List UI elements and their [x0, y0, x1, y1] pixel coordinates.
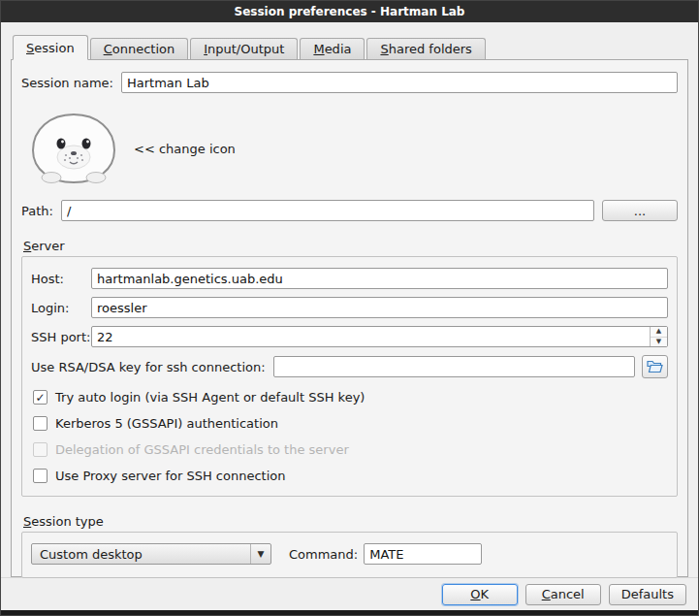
checkbox-proxy-box[interactable] [33, 469, 48, 483]
dialog-body: Session Connection Input/Output Media Sh… [1, 22, 698, 577]
host-input[interactable] [91, 268, 668, 289]
path-input[interactable] [61, 200, 594, 221]
server-group: Server Host: Login: SSH port: [21, 239, 678, 497]
ssh-port-spinbox: ▲ ▼ [91, 326, 668, 347]
window-bottom-edge [1, 610, 698, 616]
server-group-title: Server [23, 239, 65, 253]
titlebar[interactable]: Session preferences - Hartman Lab [1, 1, 698, 22]
tab-shared-folders-label: Shared folders [380, 42, 471, 56]
rsa-key-row: Use RSA/DSA key for ssh connection: [31, 355, 668, 378]
dialog-footer: OK Cancel Defaults [1, 577, 698, 610]
checkbox-auto-login[interactable]: ✓ Try auto login (via SSH Agent or defau… [33, 390, 668, 405]
defaults-button-label: Defaults [621, 587, 674, 601]
command-label: Command: [289, 547, 358, 562]
tab-input-output-label: Input/Output [204, 42, 284, 56]
chevron-down-icon: ▼ [258, 549, 265, 559]
session-name-label: Session name: [21, 76, 113, 90]
host-label: Host: [31, 272, 91, 286]
checkbox-gssapi-delegation-box [33, 442, 48, 457]
cancel-button-label: Cancel [542, 587, 585, 601]
ssh-port-row: SSH port: ▲ ▼ [31, 326, 668, 347]
session-type-group: Session type Custom desktop ▼ Command: [21, 514, 678, 578]
session-type-dropdown[interactable]: Custom desktop ▼ [31, 543, 271, 565]
chevron-down-icon: ▼ [656, 339, 661, 345]
command-input[interactable] [364, 543, 482, 565]
path-row: Path: ... [21, 200, 678, 221]
rsa-key-input[interactable] [273, 356, 635, 377]
login-label: Login: [31, 301, 91, 315]
session-type-value: Custom desktop [32, 547, 250, 562]
ssh-port-label: SSH port: [31, 330, 91, 344]
checkbox-auto-login-box[interactable]: ✓ [33, 390, 48, 405]
path-label: Path: [21, 204, 53, 218]
checkbox-proxy[interactable]: Use Proxy server for SSH connection [33, 469, 668, 483]
checkbox-kerberos-label: Kerberos 5 (GSSAPI) authentication [55, 416, 278, 431]
checkbox-kerberos-box[interactable] [33, 416, 48, 431]
session-name-input[interactable] [121, 72, 678, 93]
dropdown-arrow-box: ▼ [250, 544, 270, 564]
defaults-button[interactable]: Defaults [609, 584, 686, 605]
tab-session[interactable]: Session [13, 35, 88, 60]
session-name-row: Session name: [21, 72, 678, 93]
session-tab-pane: Session name: [11, 59, 688, 577]
session-type-row: Custom desktop ▼ Command: [31, 543, 668, 565]
checkbox-proxy-label: Use Proxy server for SSH connection [55, 469, 286, 483]
checkbox-kerberos[interactable]: Kerberos 5 (GSSAPI) authentication [33, 416, 668, 431]
session-icon-button[interactable] [29, 112, 118, 185]
session-preferences-dialog: Session preferences - Hartman Lab Sessio… [0, 0, 699, 616]
session-type-group-title: Session type [23, 514, 104, 529]
checkbox-gssapi-delegation-label: Delegation of GSSAPI credentials to the … [55, 442, 349, 457]
window-title: Session preferences - Hartman Lab [235, 5, 465, 18]
tab-session-label: Session [26, 41, 75, 55]
tab-connection-label: Connection [104, 42, 175, 56]
tab-media[interactable]: Media [300, 38, 365, 59]
spin-up-button[interactable]: ▲ [651, 327, 667, 338]
rsa-key-browse-button[interactable] [642, 355, 668, 378]
spin-down-button[interactable]: ▼ [651, 338, 667, 347]
host-row: Host: [31, 268, 668, 289]
tab-input-output[interactable]: Input/Output [190, 38, 298, 59]
checkbox-gssapi-delegation: Delegation of GSSAPI credentials to the … [33, 442, 668, 457]
login-row: Login: [31, 297, 668, 318]
tab-bar: Session Connection Input/Output Media Sh… [13, 34, 688, 59]
tab-media-label: Media [313, 42, 351, 56]
chevron-up-icon: ▲ [656, 328, 661, 335]
rsa-key-label: Use RSA/DSA key for ssh connection: [31, 360, 266, 374]
tab-connection[interactable]: Connection [90, 38, 189, 59]
server-group-frame: Host: Login: SSH port: ▲ ▼ [21, 256, 678, 497]
login-input[interactable] [91, 297, 668, 318]
ok-button-label: OK [470, 587, 489, 601]
cancel-button[interactable]: Cancel [525, 584, 601, 605]
ok-button[interactable]: OK [442, 584, 518, 605]
spin-buttons: ▲ ▼ [650, 327, 667, 346]
change-icon-label: << change icon [134, 142, 236, 156]
tab-shared-folders[interactable]: Shared folders [366, 38, 485, 59]
ssh-port-input[interactable] [91, 326, 668, 347]
session-type-frame: Custom desktop ▼ Command: [21, 532, 678, 578]
seal-icon [29, 112, 118, 185]
folder-open-icon [647, 360, 663, 373]
path-browse-button[interactable]: ... [602, 200, 678, 221]
session-icon-row: << change icon [29, 111, 678, 186]
checkbox-auto-login-label: Try auto login (via SSH Agent or default… [55, 390, 365, 405]
